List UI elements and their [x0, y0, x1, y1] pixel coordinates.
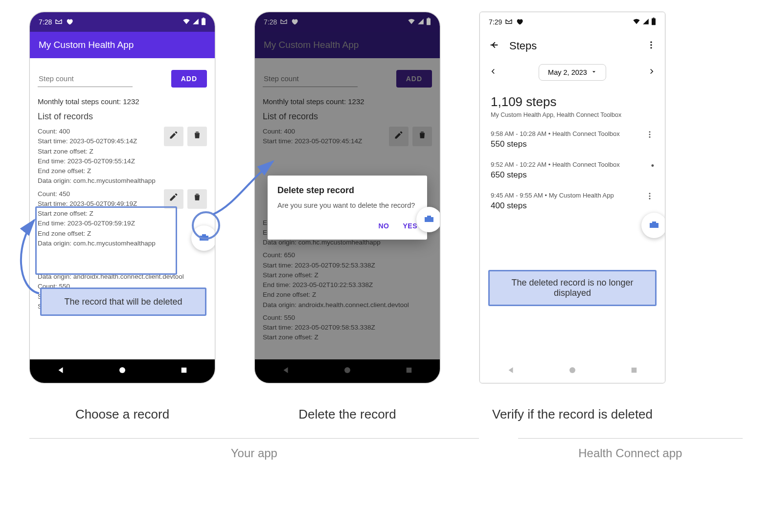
- svg-point-12: [650, 47, 652, 48]
- app-bar: My Custom Health App: [255, 32, 440, 58]
- chevron-left-icon[interactable]: [489, 67, 498, 78]
- list-of-records-title: List of records: [38, 111, 207, 122]
- record-item: Count: 550 Start time: 2023-05-02T09:58:…: [263, 313, 432, 343]
- toolbox-fab[interactable]: [416, 207, 440, 232]
- dialog-no-button[interactable]: NO: [378, 222, 389, 230]
- edit-button[interactable]: [389, 127, 409, 146]
- delete-confirm-dialog: Delete step record Are you sure you want…: [268, 176, 427, 240]
- svg-point-17: [649, 196, 651, 197]
- dialog-yes-button[interactable]: YES: [403, 222, 417, 230]
- status-bar: 7:29: [480, 12, 665, 32]
- more-icon[interactable]: •: [651, 161, 654, 171]
- nav-back-icon[interactable]: [281, 366, 290, 377]
- wifi-icon: [182, 18, 190, 27]
- svg-point-18: [649, 198, 651, 200]
- chevron-right-icon[interactable]: [647, 67, 656, 78]
- phone-choose-record: 7:28 My Custom Health App ADD Monthly to…: [29, 12, 215, 383]
- steps-entry: 9:45 AM - 9:55 AM • My Custom Health App…: [480, 192, 665, 211]
- hc-app-bar: Steps: [480, 32, 665, 60]
- battery-icon: [651, 18, 656, 27]
- steps-entry: 9:52 AM - 10:22 AM • Health Connect Tool…: [480, 161, 665, 180]
- list-of-records-title: List of records: [263, 111, 432, 122]
- nav-recent-icon[interactable]: [180, 366, 188, 377]
- chevron-down-icon: [591, 68, 597, 76]
- record-item: Count: 400 Start time: 2023-05-02T09:45:…: [263, 127, 432, 147]
- trash-icon: [192, 192, 202, 205]
- svg-rect-20: [632, 368, 637, 373]
- more-icon[interactable]: [645, 192, 654, 202]
- more-icon[interactable]: [645, 130, 654, 141]
- svg-point-10: [650, 42, 652, 43]
- heart-icon: [516, 18, 523, 27]
- dialog-message: Are you sure you want to delete the reco…: [277, 200, 417, 211]
- phone-delete-dialog: 7:28 My Custom Health App ADD Monthly to…: [254, 12, 440, 383]
- record-highlight-outline: [35, 206, 177, 275]
- date-picker[interactable]: May 2, 2023: [539, 64, 606, 81]
- section-label-health-connect: Health Connect app: [518, 438, 743, 460]
- svg-rect-3: [182, 368, 187, 373]
- toolbox-icon: [423, 213, 435, 226]
- app-title: My Custom Health App: [39, 40, 134, 50]
- step-count-input[interactable]: [38, 70, 133, 87]
- svg-rect-9: [653, 18, 654, 19]
- delete-button[interactable]: [187, 127, 207, 146]
- step-count-input[interactable]: [263, 70, 358, 87]
- nav-home-icon[interactable]: [118, 366, 127, 377]
- trash-icon: [192, 130, 202, 143]
- edit-button[interactable]: [164, 189, 183, 209]
- toolbox-icon: [648, 219, 660, 232]
- annotation-record-to-delete: The record that will be deleted: [40, 288, 206, 316]
- add-button[interactable]: ADD: [171, 70, 207, 88]
- nav-home-icon[interactable]: [568, 366, 577, 377]
- svg-point-11: [650, 44, 652, 45]
- pencil-icon: [394, 130, 404, 143]
- status-time: 7:29: [489, 18, 502, 26]
- monthly-total: Monthly total steps count: 1232: [38, 97, 207, 106]
- android-nav-bar: [480, 359, 665, 383]
- svg-rect-5: [428, 18, 429, 19]
- svg-point-15: [649, 136, 651, 138]
- edit-button[interactable]: [164, 127, 183, 146]
- caption-verify: Verify if the record is deleted: [492, 397, 653, 431]
- status-time: 7:28: [39, 18, 52, 26]
- nav-back-icon[interactable]: [56, 366, 65, 377]
- record-item: Count: 400 Start time: 2023-05-02T09:45:…: [38, 127, 207, 186]
- gmail-icon: [55, 18, 63, 27]
- svg-point-16: [649, 193, 651, 194]
- svg-point-6: [344, 367, 350, 373]
- svg-point-13: [649, 131, 651, 133]
- delete-button[interactable]: [187, 189, 207, 209]
- wifi-icon: [408, 18, 415, 27]
- heart-icon: [291, 18, 298, 27]
- monthly-total: Monthly total steps count: 1232: [263, 97, 432, 106]
- signal-icon: [417, 18, 424, 26]
- nav-recent-icon[interactable]: [630, 366, 638, 377]
- dialog-title: Delete step record: [277, 185, 417, 196]
- app-title: My Custom Health App: [264, 40, 359, 50]
- android-nav-bar: [255, 359, 440, 383]
- signal-icon: [192, 18, 199, 26]
- wifi-icon: [633, 18, 640, 27]
- signal-icon: [642, 18, 649, 26]
- total-steps: 1,109 steps: [491, 94, 654, 110]
- status-bar: 7:28: [255, 12, 440, 32]
- nav-back-icon[interactable]: [506, 366, 515, 377]
- annotation-record-removed: The deleted record is no longer displaye…: [488, 270, 657, 306]
- steps-entry: 9:58 AM - 10:28 AM • Health Connect Tool…: [480, 130, 665, 149]
- nav-recent-icon[interactable]: [405, 366, 413, 377]
- svg-point-14: [649, 134, 651, 135]
- phone-health-connect: 7:29 Steps May 2, 2023 1,109 steps My Cu: [479, 12, 665, 383]
- caption-choose: Choose a record: [75, 397, 169, 431]
- more-icon[interactable]: [646, 40, 656, 52]
- svg-rect-4: [427, 18, 431, 25]
- pencil-icon: [169, 192, 179, 205]
- data-sources: My Custom Health App, Health Connect Too…: [491, 111, 654, 118]
- back-arrow-icon[interactable]: [489, 40, 500, 52]
- svg-point-2: [119, 367, 125, 373]
- delete-button[interactable]: [412, 127, 432, 146]
- nav-home-icon[interactable]: [343, 366, 352, 377]
- toolbox-fab[interactable]: [641, 213, 665, 238]
- app-bar: My Custom Health App: [30, 32, 215, 58]
- svg-rect-1: [203, 18, 204, 19]
- add-button[interactable]: ADD: [396, 70, 432, 88]
